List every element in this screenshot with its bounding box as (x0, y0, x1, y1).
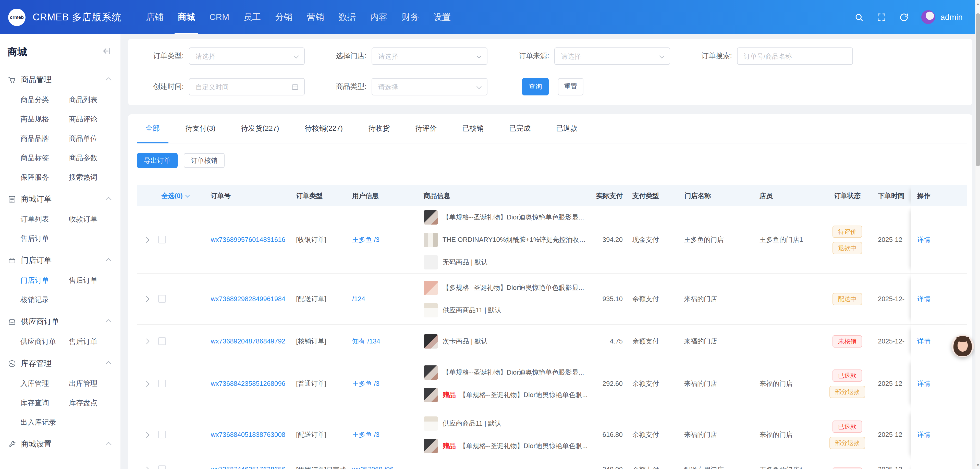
user-link[interactable]: 王多鱼 /3 (352, 431, 380, 438)
row-checkbox[interactable] (158, 295, 166, 303)
sidebar-section-header[interactable]: 供应商订单 (0, 311, 121, 332)
expand-row-icon[interactable] (144, 432, 150, 437)
order-verify-button[interactable]: 订单核销 (184, 153, 224, 168)
sidebar-item[interactable]: 商品列表 (69, 90, 118, 109)
sidebar-collapse-icon[interactable] (102, 46, 111, 58)
sidebar-item[interactable]: 收款订单 (69, 209, 118, 229)
sidebar-section-header[interactable]: 库存管理 (0, 353, 121, 374)
order-number-link[interactable]: wx736884235851268096 (211, 380, 285, 387)
sidebar-section-header[interactable]: 商城设置 (0, 434, 121, 454)
sidebar-item[interactable]: 商品规格 (21, 109, 69, 129)
row-checkbox[interactable] (158, 466, 166, 469)
reset-button[interactable]: 重置 (558, 78, 584, 95)
sidebar-item[interactable]: 商品标签 (21, 148, 69, 167)
fullscreen-icon[interactable] (877, 12, 887, 22)
product-type-select-input[interactable] (378, 83, 473, 91)
sidebar-item[interactable]: 门店订单 (21, 270, 69, 290)
row-checkbox[interactable] (158, 337, 166, 345)
row-checkbox[interactable] (158, 236, 166, 243)
order-source-select-input[interactable] (561, 52, 655, 60)
sidebar-item[interactable]: 保障服务 (21, 167, 69, 187)
detail-link[interactable]: 详情 (917, 337, 931, 346)
search-icon[interactable] (854, 12, 864, 22)
user-link[interactable]: 王多鱼 /3 (352, 235, 380, 243)
page-scrollbar[interactable]: ▲ ▼ (975, 0, 980, 469)
sidebar-item[interactable]: 搜索热词 (69, 167, 118, 187)
nav-menu-item[interactable]: CRM (210, 0, 229, 34)
username[interactable]: admin (940, 13, 963, 22)
store-select-input[interactable] (378, 52, 473, 60)
expand-row-icon[interactable] (144, 296, 150, 302)
order-type-select-input[interactable] (196, 52, 290, 60)
sidebar-section-header[interactable]: 门店订单 (0, 250, 121, 270)
user-link[interactable]: 王多鱼 /3 (352, 380, 380, 387)
order-number-link[interactable]: wx736884051838763008 (211, 431, 285, 438)
sidebar-item[interactable]: 供应商订单 (21, 332, 69, 351)
tab-item[interactable]: 待发货(227) (232, 114, 288, 143)
create-time-picker[interactable] (189, 78, 305, 95)
product-type-select[interactable] (372, 78, 487, 95)
sidebar-item[interactable]: 商品评论 (69, 109, 118, 129)
nav-menu-item[interactable]: 财务 (402, 0, 419, 34)
detail-link[interactable]: 详情 (917, 430, 931, 439)
select-all-toggle[interactable]: 全选(0) (161, 191, 188, 200)
scroll-up-arrow[interactable]: ▲ (975, 2, 980, 6)
order-number-link[interactable]: wx735874462517638656 (211, 466, 285, 469)
sidebar-item[interactable]: 售后订单 (21, 229, 69, 248)
nav-menu-item[interactable]: 设置 (433, 0, 451, 34)
sidebar-item[interactable]: 商品品牌 (21, 129, 69, 148)
sidebar-item[interactable]: 核销记录 (21, 290, 69, 309)
floating-assistant-avatar[interactable] (951, 335, 974, 357)
sidebar-section-header[interactable]: 商品管理 (0, 69, 121, 90)
store-select[interactable] (372, 48, 487, 65)
nav-menu-item[interactable]: 商城 (178, 0, 195, 34)
tab-item[interactable]: 待支付(3) (177, 114, 224, 143)
user-avatar[interactable] (921, 10, 935, 24)
expand-row-icon[interactable] (144, 237, 150, 243)
tab-item[interactable]: 全部 (137, 114, 169, 143)
sidebar-item[interactable]: 商品分类 (21, 90, 69, 109)
sidebar-item[interactable]: 出入库记录 (21, 412, 69, 432)
sidebar-item[interactable]: 订单列表 (21, 209, 69, 229)
scroll-down-arrow[interactable]: ▼ (975, 463, 980, 467)
tab-item[interactable]: 已完成 (501, 114, 539, 143)
tab-item[interactable]: 已退款 (547, 114, 586, 143)
order-number-link[interactable]: wx736892982849961984 (211, 295, 285, 303)
export-orders-button[interactable]: 导出订单 (137, 153, 178, 168)
user-link[interactable]: 知有 /134 (352, 337, 380, 345)
sidebar-item[interactable]: 出库管理 (69, 374, 118, 393)
query-button[interactable]: 查询 (522, 78, 549, 95)
tab-item[interactable]: 待收货 (360, 114, 398, 143)
sidebar-item[interactable]: 库存盘点 (69, 393, 118, 412)
sidebar-item[interactable]: 售后订单 (69, 332, 118, 351)
nav-menu-item[interactable]: 员工 (243, 0, 261, 34)
sidebar-item[interactable]: 商品单位 (69, 129, 118, 148)
detail-link[interactable]: 详情 (917, 235, 931, 244)
nav-menu-item[interactable]: 分销 (275, 0, 293, 34)
expand-row-icon[interactable] (144, 339, 150, 344)
row-checkbox[interactable] (158, 380, 166, 387)
expand-row-icon[interactable] (144, 466, 150, 469)
sidebar-item[interactable]: 商品参数 (69, 148, 118, 167)
order-number-link[interactable]: wx736899576014831616 (211, 236, 285, 243)
tab-item[interactable]: 待评价 (407, 114, 445, 143)
expand-row-icon[interactable] (144, 381, 150, 386)
scrollbar-thumb[interactable] (976, 13, 980, 166)
sidebar-item[interactable]: 库存查询 (21, 393, 69, 412)
nav-menu-item[interactable]: 数据 (339, 0, 356, 34)
create-time-input[interactable] (196, 83, 290, 91)
user-link[interactable]: /124 (352, 295, 365, 303)
detail-link[interactable]: 详情 (917, 294, 931, 304)
row-checkbox[interactable] (158, 431, 166, 438)
nav-menu-item[interactable]: 内容 (370, 0, 387, 34)
order-search-input[interactable] (744, 52, 846, 60)
tab-item[interactable]: 待核销(227) (296, 114, 352, 143)
order-source-select[interactable] (554, 48, 670, 65)
detail-link[interactable]: 详情 (917, 379, 931, 388)
order-type-select[interactable] (189, 48, 305, 65)
nav-menu-item[interactable]: 营销 (307, 0, 324, 34)
refresh-icon[interactable] (899, 12, 909, 22)
sidebar-item[interactable]: 入库管理 (21, 374, 69, 393)
sidebar-section-header[interactable]: 商城订单 (0, 189, 121, 209)
nav-menu-item[interactable]: 店铺 (146, 0, 164, 34)
